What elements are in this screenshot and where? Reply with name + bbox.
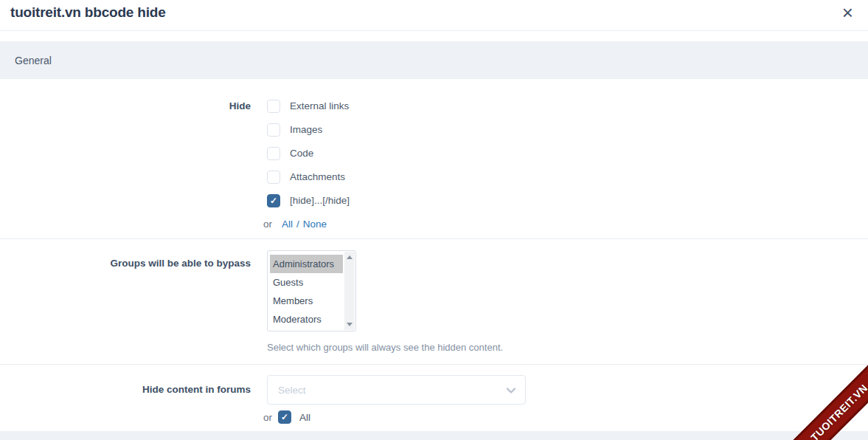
groups-bypass-row: Groups will be able to bypass Administra… (0, 250, 868, 353)
or-label: or (263, 412, 272, 423)
forums-controls: Select or ✓ All (267, 375, 868, 424)
group-option-moderators[interactable]: Moderators (270, 310, 343, 329)
forums-select[interactable]: Select (267, 375, 526, 405)
checkbox-row-code: ✓ Code (267, 146, 868, 160)
scroll-up-icon[interactable] (347, 255, 353, 259)
checkbox-label: Code (290, 148, 313, 159)
row-divider (0, 238, 868, 239)
forums-row: Hide content in forums Select or ✓ All (0, 375, 868, 424)
or-label: or (263, 219, 272, 230)
select-none-link[interactable]: None (303, 219, 327, 230)
section-header-general: General (0, 41, 868, 79)
group-option-guests[interactable]: Guests (270, 273, 343, 292)
page-title: tuoitreit.vn bbcode hide (10, 4, 166, 21)
scroll-down-icon[interactable] (347, 323, 353, 326)
check-icon: ✓ (281, 413, 288, 422)
all-none-links: All/None (282, 219, 327, 230)
forums-all-line: or ✓ All (263, 410, 868, 424)
hide-row-controls: ✓ External links ✓ Images ✓ Code ✓ Attac… (267, 99, 868, 231)
dialog-header: tuoitreit.vn bbcode hide × (0, 0, 868, 31)
bbcode-hide-options-dialog: tuoitreit.vn bbcode hide × General Hide … (0, 0, 868, 440)
chevron-down-icon (506, 385, 516, 399)
link-separator: / (296, 219, 299, 230)
next-section-header (0, 431, 868, 440)
checkbox-row-external-links: ✓ External links (267, 99, 868, 113)
groups-bypass-row-label: Groups will be able to bypass (0, 250, 251, 353)
forums-select-placeholder: Select (278, 385, 306, 396)
close-icon[interactable]: × (838, 3, 858, 22)
hide-row-label: Hide (0, 99, 251, 231)
check-icon: ✓ (270, 196, 277, 205)
checkbox-label: External links (290, 100, 349, 111)
hide-bbcode-checkbox[interactable]: ✓ (267, 194, 280, 207)
groups-helper-text: Select which groups will always see the … (267, 342, 868, 353)
checkbox-label: Images (290, 124, 322, 135)
select-all-link[interactable]: All (282, 219, 293, 230)
checkbox-label: [hide]...[/hide] (290, 195, 350, 206)
checkbox-row-attachments: ✓ Attachments (267, 170, 868, 184)
listbox-scrollbar[interactable] (344, 252, 355, 330)
forums-all-checkbox[interactable]: ✓ (278, 410, 291, 424)
code-checkbox[interactable]: ✓ (267, 147, 280, 160)
checkbox-row-images: ✓ Images (267, 123, 868, 137)
checkbox-row-hide-bbcode: ✓ [hide]...[/hide] (267, 193, 868, 207)
hide-row: Hide ✓ External links ✓ Images ✓ Code ✓ … (0, 99, 868, 231)
groups-multiselect[interactable]: Administrators Guests Members Moderators (267, 250, 356, 331)
forums-row-label: Hide content in forums (0, 375, 251, 424)
group-option-administrators[interactable]: Administrators (270, 255, 343, 273)
groups-bypass-controls: Administrators Guests Members Moderators… (267, 250, 868, 353)
group-option-members[interactable]: Members (270, 292, 343, 310)
external-links-checkbox[interactable]: ✓ (267, 100, 280, 113)
attachments-checkbox[interactable]: ✓ (267, 171, 280, 184)
section-header-label: General (15, 55, 52, 66)
checkbox-label: Attachments (290, 171, 345, 182)
row-divider (0, 364, 868, 365)
forums-all-label: All (299, 412, 310, 423)
all-none-line: or All/None (263, 217, 868, 231)
images-checkbox[interactable]: ✓ (267, 123, 280, 137)
